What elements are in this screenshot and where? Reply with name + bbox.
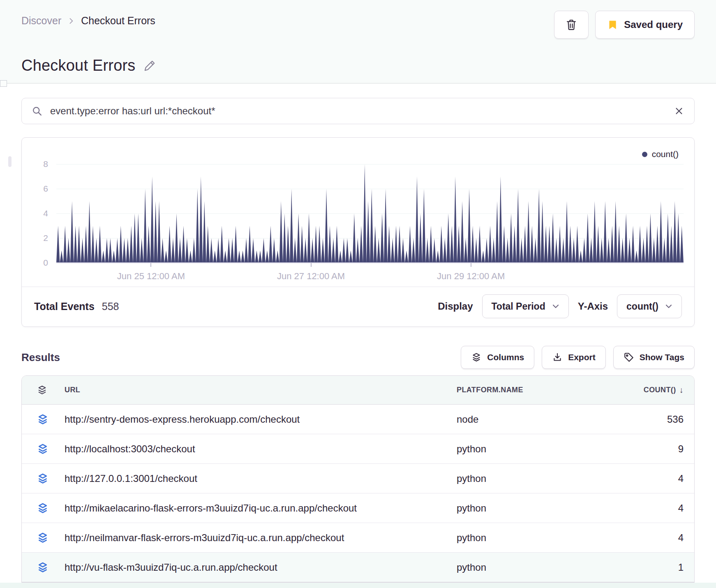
x-tick-label: Jun 27 12:00 AM	[277, 271, 345, 282]
bookmark-icon	[607, 19, 618, 30]
stack-icon[interactable]	[22, 472, 53, 485]
export-button[interactable]: Export	[542, 346, 606, 369]
url-cell[interactable]: http://vu-flask-m3uuizd7iq-uc.a.run.app/…	[53, 562, 457, 573]
table-row: http://mikaelacarino-flask-errors-m3uuiz…	[22, 493, 694, 523]
y-tick-label: 2	[43, 233, 48, 243]
x-tick-mark	[471, 263, 471, 267]
x-tick-mark	[150, 263, 151, 267]
table-body: http://sentry-demos-express.herokuapp.co…	[22, 405, 694, 582]
y-tick-label: 6	[43, 184, 48, 194]
stack-icon[interactable]	[22, 413, 53, 426]
column-header-count[interactable]: COUNT() ↓	[568, 385, 694, 395]
columns-button-label: Columns	[487, 352, 524, 362]
header-stack-icon[interactable]	[22, 384, 53, 396]
table-header-row: URL PLATFORM.NAME COUNT() ↓	[22, 376, 694, 405]
platform-cell: python	[457, 562, 568, 573]
total-events-value: 558	[102, 301, 119, 313]
count-cell: 536	[568, 414, 694, 425]
main-content: event.type:error has:url url:*checkout* …	[0, 98, 716, 583]
table-row: http://neilmanvar-flask-errors-m3uuizd7i…	[22, 523, 694, 553]
breadcrumb-discover[interactable]: Discover	[21, 15, 61, 27]
chart-y-axis: 02468	[22, 164, 56, 263]
count-series-path	[56, 164, 684, 263]
legend-count-label[interactable]: count()	[652, 149, 679, 159]
download-icon	[552, 352, 563, 363]
url-cell[interactable]: http://127.0.0.1:3001/checkout	[53, 473, 457, 484]
saved-query-button[interactable]: Saved query	[595, 11, 695, 39]
stack-icon[interactable]	[22, 443, 53, 455]
search-icon	[32, 106, 43, 117]
count-cell: 4	[568, 473, 694, 484]
url-cell[interactable]: http://mikaelacarino-flask-errors-m3uuiz…	[53, 502, 457, 514]
x-tick-mark	[311, 263, 312, 267]
legend-dot	[642, 152, 647, 157]
stack-icon[interactable]	[22, 502, 53, 514]
table-row: http://sentry-demos-express.herokuapp.co…	[22, 405, 694, 434]
chart-x-axis: Jun 25 12:00 AMJun 27 12:00 AMJun 29 12:…	[56, 263, 684, 287]
y-tick-label: 0	[43, 258, 48, 268]
table-row: http://vu-flask-m3uuizd7iq-uc.a.run.app/…	[22, 553, 694, 582]
count-cell: 1	[568, 562, 694, 573]
breadcrumb: Discover Checkout Errors	[21, 11, 155, 27]
url-cell[interactable]: http://neilmanvar-flask-errors-m3uuizd7i…	[53, 532, 457, 544]
close-icon[interactable]	[674, 106, 684, 116]
count-cell: 4	[568, 502, 694, 514]
results-heading: Results	[21, 351, 60, 364]
platform-cell: python	[457, 502, 568, 514]
trash-icon	[565, 19, 577, 31]
display-select[interactable]: Total Period	[482, 294, 569, 318]
count-header-label: COUNT()	[644, 386, 676, 394]
breadcrumb-current: Checkout Errors	[81, 15, 155, 27]
column-header-platform[interactable]: PLATFORM.NAME	[457, 386, 568, 394]
chevron-right-icon	[67, 17, 75, 25]
show-tags-button-label: Show Tags	[640, 352, 684, 362]
chart-plot-area	[56, 164, 684, 263]
platform-cell: node	[457, 414, 568, 425]
chevron-down-icon	[552, 303, 559, 309]
sidebar-collapse-handle[interactable]	[0, 80, 7, 87]
y-axis-select[interactable]: count()	[617, 294, 682, 318]
count-cell: 4	[568, 532, 694, 544]
saved-query-label: Saved query	[624, 19, 683, 30]
x-tick-label: Jun 25 12:00 AM	[117, 271, 185, 282]
table-row: http://127.0.0.1:3001/checkout python 4	[22, 464, 694, 493]
y-tick-label: 8	[43, 159, 48, 169]
y-axis-select-value: count()	[626, 301, 658, 312]
search-bar[interactable]: event.type:error has:url url:*checkout*	[21, 98, 695, 124]
chevron-down-icon	[665, 303, 672, 309]
export-button-label: Export	[568, 352, 596, 362]
sort-desc-icon: ↓	[679, 385, 684, 395]
url-cell[interactable]: http://localhost:3003/checkout	[53, 443, 457, 455]
stack-icon[interactable]	[22, 561, 53, 574]
stack-icon[interactable]	[22, 532, 53, 544]
columns-button[interactable]: Columns	[461, 346, 534, 369]
total-events-label: Total Events	[34, 301, 95, 313]
page-header: Discover Checkout Errors	[0, 0, 716, 83]
platform-cell: python	[457, 532, 568, 544]
page-title: Checkout Errors	[21, 57, 136, 74]
bottom-band	[0, 583, 716, 588]
stack-icon	[471, 352, 482, 363]
column-header-url[interactable]: URL	[53, 386, 457, 394]
platform-cell: python	[457, 473, 568, 484]
url-cell[interactable]: http://sentry-demos-express.herokuapp.co…	[53, 414, 457, 425]
show-tags-button[interactable]: Show Tags	[613, 346, 695, 369]
x-tick-label: Jun 29 12:00 AM	[437, 271, 505, 282]
tag-icon	[624, 352, 634, 363]
chart-panel: count() 02468 Jun 25 12:00 AMJun 27 12:0…	[21, 137, 695, 327]
count-area-series	[56, 164, 684, 263]
table-row: http://localhost:3003/checkout python 9	[22, 434, 694, 464]
display-label: Display	[438, 301, 473, 312]
count-cell: 9	[568, 443, 694, 455]
search-input[interactable]: event.type:error has:url url:*checkout*	[50, 105, 666, 117]
y-tick-label: 4	[43, 208, 48, 218]
delete-query-button[interactable]	[554, 11, 589, 39]
edit-pencil-icon[interactable]	[143, 59, 156, 72]
chart-legend: count()	[22, 138, 694, 159]
y-axis-label: Y-Axis	[578, 301, 608, 312]
display-select-value: Total Period	[492, 301, 545, 312]
platform-cell: python	[457, 443, 568, 455]
results-table: URL PLATFORM.NAME COUNT() ↓ http://sentr…	[21, 375, 695, 583]
